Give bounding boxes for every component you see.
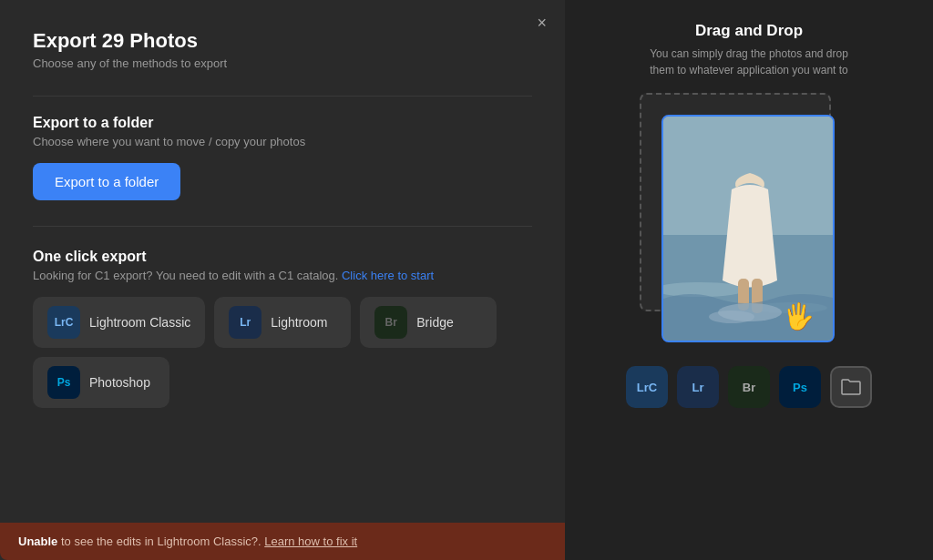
close-icon: × [537,14,547,32]
close-button[interactable]: × [537,15,547,31]
section-divider-1 [33,96,532,97]
right-panel: Drag and Drop You can simply drag the ph… [565,0,933,560]
warning-text: to see the edits in Lightroom Classic?. [57,535,261,548]
cursor-hand-icon: 🖐 [783,301,815,331]
photoshop-button[interactable]: Ps Photoshop [33,357,169,408]
warning-bar: Unable to see the edits in Lightroom Cla… [0,523,565,560]
ps-label: Photoshop [89,375,150,390]
lr-label: Lightroom [271,315,327,330]
lightroom-classic-button[interactable]: LrC Lightroom Classic [33,297,205,348]
warning-link[interactable]: Learn how to fix it [264,535,357,548]
ps-icon: Ps [47,366,80,399]
photo-drop-area[interactable]: 🖐 [640,93,858,348]
export-folder-button[interactable]: Export to a folder [33,163,180,200]
photo-content: 🖐 [663,117,833,341]
lightroom-button[interactable]: Lr Lightroom [214,297,351,348]
warning-bold: Unable [18,535,57,548]
export-folder-title: Export to a folder [33,115,532,131]
bottom-folder-icon [830,366,872,408]
drag-drop-title: Drag and Drop [695,22,803,40]
app-grid: LrC Lightroom Classic Lr Lightroom Br Br… [33,297,532,408]
bottom-icons: LrC Lr Br Ps [626,366,872,408]
export-folder-section: Export to a folder Choose where you want… [33,115,532,226]
br-label: Bridge [416,315,453,330]
lrc-icon: LrC [47,306,80,339]
export-folder-desc: Choose where you want to move / copy you… [33,135,532,148]
bottom-lr-icon: Lr [677,366,719,408]
bottom-ps-icon: Ps [779,366,821,408]
br-icon: Br [374,306,407,339]
bottom-lrc-icon: LrC [626,366,668,408]
one-click-section: One click export Looking for C1 export? … [33,249,532,408]
left-panel: × Export 29 Photos Choose any of the met… [0,0,565,560]
lr-icon: Lr [229,306,261,339]
photo-preview: 🖐 [661,115,835,342]
c1-catalog-link[interactable]: Click here to start [342,269,434,282]
drag-drop-desc: You can simply drag the photos and drop … [649,46,849,78]
dialog-title: Export 29 Photos [33,29,532,53]
lrc-label: Lightroom Classic [89,315,190,330]
one-click-desc: Looking for C1 export? You need to edit … [33,269,532,282]
bottom-br-icon: Br [728,366,770,408]
dialog-subtitle: Choose any of the methods to export [33,56,532,70]
one-click-title: One click export [33,249,532,265]
bridge-button[interactable]: Br Bridge [360,297,497,348]
section-divider-2 [33,226,532,227]
